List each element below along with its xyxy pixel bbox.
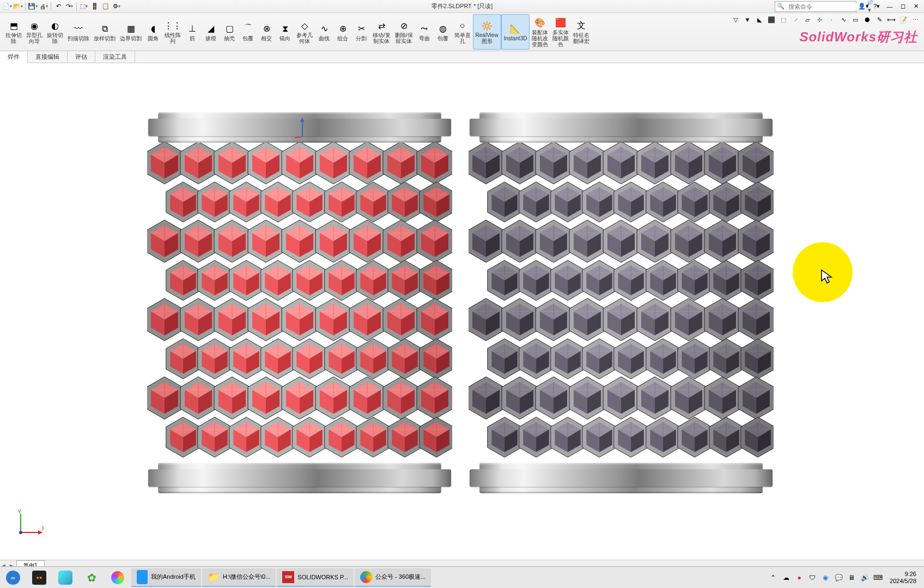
ribbon-multibody-color[interactable]: 🟥多实体随机颜色 [550, 14, 571, 50]
shell-icon: ▢ [223, 23, 235, 35]
hole-wizard-icon: ◉ [28, 20, 40, 32]
taskbar-browser[interactable]: 公众号 - 360极速... [355, 568, 431, 587]
ribbon-flex[interactable]: ⤳弯曲 [415, 14, 434, 50]
taskbar-android[interactable]: 我的Android手机 [131, 568, 201, 587]
tab-焊件[interactable]: 焊件 [0, 51, 28, 63]
new-icon[interactable]: 📄▾ [2, 2, 12, 11]
model-red-cylinder[interactable] [147, 112, 452, 493]
ribbon-loft-cut[interactable]: ⧉放样切割 [92, 14, 118, 50]
ribbon-mirror[interactable]: ⧗镜向 [276, 14, 294, 50]
rebuild-icon[interactable]: 🚦 [90, 2, 100, 11]
command-search[interactable]: 🔍 🔎▾ [775, 1, 856, 12]
save-icon[interactable]: 💾▾ [28, 2, 38, 11]
ribbon-intersect[interactable]: ⊗相交 [257, 14, 276, 50]
ribbon-extrude-cut[interactable]: ⬒拉伸切除 [3, 14, 24, 50]
ribbon-ref-geom[interactable]: ◇参考几何体 [294, 14, 315, 50]
tray-wechat-icon[interactable]: 💬 [834, 573, 843, 582]
ribbon-linear-pattern[interactable]: ⋮⋮线性阵列 [162, 14, 183, 50]
tray-cloud-icon[interactable]: ☁ [782, 573, 791, 582]
body-icon[interactable]: ⬢ [862, 14, 873, 25]
ribbon-rib[interactable]: ⊥筋 [183, 14, 202, 50]
ext-icon[interactable]: ⋯ [910, 14, 921, 25]
ribbon-sweep-cut[interactable]: 〰扫描切除 [65, 14, 92, 50]
model-dark-cylinder[interactable] [469, 112, 774, 493]
filter1-icon[interactable]: ▽ [730, 14, 741, 25]
ribbon-fillet[interactable]: ◖圆角 [144, 14, 162, 50]
graphics-viewport[interactable]: Y X [0, 63, 924, 571]
ribbon-revolve-cut[interactable]: ◐旋转切除 [45, 14, 65, 50]
dim-icon[interactable]: ⟷ [886, 14, 897, 25]
note-icon[interactable]: 📝 [898, 14, 909, 25]
filter-face-icon[interactable]: ⬛ [766, 14, 777, 25]
taskbar-app4-icon[interactable]: ✿ [79, 568, 104, 587]
minimize-icon[interactable]: — [884, 1, 896, 12]
sweep-cut-icon: 〰 [72, 23, 84, 35]
ribbon-envelope[interactable]: ◍包覆 [434, 14, 452, 50]
filter2-icon[interactable]: ▼ [742, 14, 753, 25]
select-icon[interactable]: ⬚▾ [79, 2, 89, 11]
move-copy-icon: ⇄ [375, 20, 387, 32]
ribbon-assembly-color[interactable]: 🎨装配体随机改变颜色 [530, 14, 550, 50]
taskbar-app3-icon[interactable] [53, 568, 78, 587]
taskbar-folder[interactable]: 📁H:\微信公众号\0... [202, 568, 276, 587]
tab-直接编辑[interactable]: 直接编辑 [28, 51, 68, 63]
options-icon[interactable]: 📋 [101, 2, 111, 11]
ribbon-wrap[interactable]: ⌒包覆 [239, 14, 257, 50]
revolve-cut-icon: ◐ [49, 20, 61, 32]
tray-rec-icon[interactable]: ● [795, 573, 804, 582]
ribbon-move-copy[interactable]: ⇄移动/复制实体 [370, 14, 393, 50]
ribbon-hole-wizard[interactable]: ◉异型孔向导 [24, 14, 45, 50]
surface-icon[interactable]: ▭ [850, 14, 861, 25]
user-icon[interactable]: 👤▾ [858, 1, 870, 12]
ribbon-combine[interactable]: ⊕组合 [333, 14, 352, 50]
undo-icon[interactable]: ↶ [53, 2, 63, 11]
help-icon[interactable]: ?▾ [871, 1, 883, 12]
tray-shield-icon[interactable]: 🛡 [808, 573, 817, 582]
tray-ime-icon[interactable]: ⌨ [873, 573, 882, 582]
open-icon[interactable]: 📂▾ [13, 2, 23, 11]
ribbon-draft[interactable]: ◢拔模 [202, 14, 220, 50]
search-input[interactable] [786, 3, 866, 10]
cursor-highlight-icon [793, 242, 853, 302]
orientation-triad-icon[interactable]: Y X [16, 510, 44, 538]
ribbon-delete-keep[interactable]: ⊘删除/保留实体 [393, 14, 415, 50]
ribbon-curves[interactable]: ∿曲线 [315, 14, 333, 50]
close-icon[interactable]: ✕ [910, 1, 922, 12]
tab-渲染工具[interactable]: 渲染工具 [95, 51, 135, 63]
curve-icon[interactable]: ∿ [838, 14, 849, 25]
point-icon[interactable]: · [826, 14, 837, 25]
svg-text:X: X [41, 525, 44, 531]
svg-text:Y: Y [17, 510, 22, 515]
tray-net-icon[interactable]: 🖥 [847, 573, 856, 582]
sketch-icon[interactable]: ✎ [874, 14, 885, 25]
tab-评估[interactable]: 评估 [68, 51, 95, 63]
ribbon-toolbar: ⬒拉伸切除◉异型孔向导◐旋转切除〰扫描切除⧉放样切割▦边界切割◖圆角⋮⋮线性阵列… [0, 13, 924, 51]
taskbar-solidworks[interactable]: SWSOLIDWORKS P... [277, 568, 354, 587]
settings-icon[interactable]: ⚙▾ [112, 2, 121, 11]
ribbon-feature-translate[interactable]: 文特征名翻译宏 [571, 14, 592, 50]
ref-geom-icon: ◇ [299, 20, 311, 32]
ribbon-realview[interactable]: 🔆RealView图形 [473, 14, 501, 50]
ribbon-simple-hole[interactable]: ○简单直孔 [452, 14, 473, 50]
line-icon[interactable]: ⟋ [790, 14, 801, 25]
tray-up-icon[interactable]: ⌃ [769, 573, 777, 582]
redo-icon[interactable]: ↷▾ [64, 2, 74, 11]
print-icon[interactable]: 🖨▾ [39, 2, 48, 11]
taskbar-clock[interactable]: 9:262024/5/28 [886, 571, 920, 585]
ribbon-shell[interactable]: ▢抽壳 [220, 14, 239, 50]
taskbar-app1-icon[interactable]: ∞ [1, 568, 26, 587]
system-tray: ⌃ ☁ ● 🛡 ◉ 💬 🖥 🔊 ⌨ 9:262024/5/28 [769, 571, 924, 585]
maximize-icon[interactable]: ◻ [897, 1, 909, 12]
ribbon-instant3d[interactable]: 📐Instant3D [501, 14, 530, 50]
ribbon-split[interactable]: ✂分割 [352, 14, 370, 50]
tray-vol-icon[interactable]: 🔊 [860, 573, 869, 582]
plane-icon[interactable]: ▱ [802, 14, 813, 25]
tray-app-icon[interactable]: ◉ [821, 573, 830, 582]
ribbon-boundary-cut[interactable]: ▦边界切割 [118, 14, 144, 50]
filter-edge-icon[interactable]: ◣ [754, 14, 765, 25]
select-icon[interactable]: ⬚ [778, 14, 789, 25]
taskbar-app2-icon[interactable]: ●● [27, 568, 52, 587]
realview-icon: 🔆 [481, 20, 493, 32]
axis-icon[interactable]: ⊹ [814, 14, 825, 25]
taskbar-app5-icon[interactable] [105, 568, 130, 587]
